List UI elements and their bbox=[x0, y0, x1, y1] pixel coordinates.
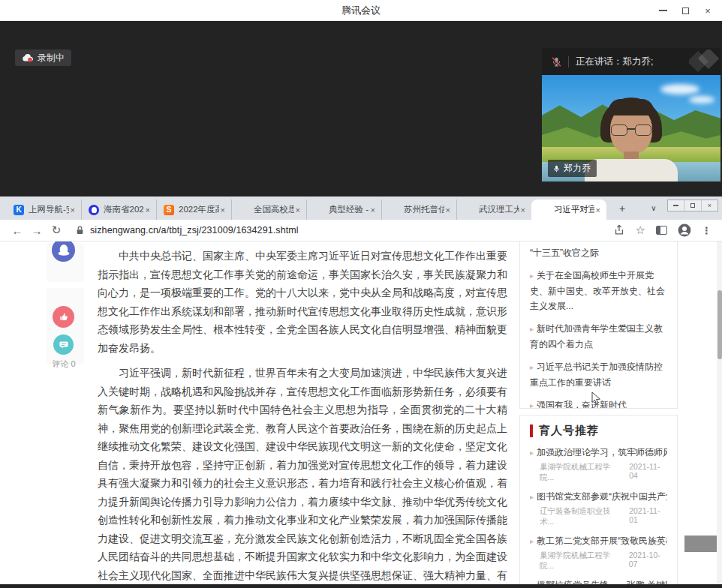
thumbs-up-icon bbox=[58, 311, 69, 322]
recording-label: 录制中 bbox=[38, 52, 65, 64]
gray-overlay-box bbox=[684, 536, 717, 552]
bullet-arrow-icon: ▸ bbox=[530, 272, 534, 280]
browser-tabbar: K 上网导航-安全 × 海南省2022年 × S 2022年度高校 × 全国高校… bbox=[0, 196, 722, 220]
new-tab-button[interactable]: + bbox=[615, 202, 629, 216]
tab-title: 2022年度高校 bbox=[179, 204, 219, 215]
browser-tab[interactable]: 武汉理工大学 × bbox=[456, 200, 531, 220]
browser-tab[interactable]: 全国高校思想 × bbox=[231, 200, 306, 220]
reload-icon[interactable]: ↻ bbox=[47, 224, 66, 237]
tab-close-icon[interactable]: × bbox=[594, 206, 602, 214]
recording-badge[interactable]: 录制中 bbox=[15, 50, 71, 66]
scrollbar-thumb[interactable] bbox=[717, 290, 722, 359]
minimize-button[interactable] bbox=[651, 0, 674, 21]
page-content: 评论 0 中共中央总书记、国家主席、中央军委主席习近平近日对宣传思想文化工作作出… bbox=[0, 242, 722, 584]
recommend-item[interactable]: ▸教工第二党支部开展“致敬民族英雄... 巢湖学院机械工程学院...2021-1… bbox=[530, 534, 667, 572]
sizhengwang-favicon bbox=[464, 205, 474, 215]
comment-button[interactable] bbox=[53, 334, 74, 355]
navigation-site-favicon: K bbox=[14, 205, 24, 215]
maximize-icon bbox=[682, 8, 689, 14]
speaker-bar: 正在讲话：郑力乔; bbox=[542, 48, 720, 75]
sizhengwang-favicon bbox=[314, 205, 324, 215]
browser-tab[interactable]: 苏州托普信息 × bbox=[381, 200, 456, 220]
article-body: 中共中央总书记、国家主席、中央军委主席习近平近日对宣传思想文化工作作出重要指示指… bbox=[98, 247, 507, 584]
tab-close-icon[interactable]: × bbox=[369, 206, 377, 214]
tab-title: 苏州托普信息 bbox=[404, 204, 444, 215]
browser-tab[interactable]: K 上网导航-安全 × bbox=[6, 200, 81, 220]
meeting-logo-watermark bbox=[689, 50, 719, 74]
article-paragraph: 中共中央总书记、国家主席、中央军委主席习近平近日对宣传思想文化工作作出重要指示指… bbox=[98, 247, 507, 357]
address-bar[interactable]: sizhengwang.cn/a/tbtj_zsj/231009/1634291… bbox=[75, 225, 613, 236]
back-icon[interactable]: ← bbox=[8, 224, 27, 237]
shared-browser: K 上网导航-安全 × 海南省2022年 × S 2022年度高校 × 全国高校… bbox=[0, 196, 722, 584]
participant-name: 郑力乔 bbox=[564, 162, 591, 175]
browser-tab[interactable]: 典型经验 - 全 × bbox=[306, 200, 381, 220]
divider bbox=[568, 56, 569, 68]
url-text: sizhengwang.cn/a/tbtj_zsj/231009/1634291… bbox=[90, 225, 299, 236]
article-paragraph: 习近平强调，新时代新征程，世界百年未有之大变局加速演进，中华民族伟大复兴进入关键… bbox=[98, 364, 507, 584]
share-icon[interactable] bbox=[613, 224, 625, 236]
bullet-arrow-icon: ▸ bbox=[530, 537, 534, 545]
close-button[interactable]: × bbox=[696, 0, 719, 21]
minimize-icon bbox=[659, 10, 667, 11]
recommend-item[interactable]: ▸援鄂抗疫党员先锋——张鹏 关键时刻... 北京协和医学院基础学...2020-… bbox=[530, 578, 667, 584]
sizhengwang-favicon bbox=[239, 205, 249, 215]
related-link[interactable]: ▸新时代加强青年学生爱国主义教育的四个着力点 bbox=[530, 321, 667, 352]
recommend-item[interactable]: ▸加强政治理论学习，筑牢师德师风底线 巢湖学院机械工程学院...2021-11-… bbox=[530, 446, 667, 483]
mic-muted-icon bbox=[551, 56, 562, 68]
cloud-record-icon bbox=[22, 53, 34, 62]
lock-icon bbox=[75, 225, 85, 236]
related-links-box: “十三五”收官之际 ▸关于在全国高校师生中开展党史、新中国史、改革开放史、社会主… bbox=[519, 242, 678, 409]
recommend-item[interactable]: ▸图书馆党支部参观“庆祝中国共产党... 辽宁装备制造职业技术...2021-1… bbox=[530, 490, 667, 527]
browser-menu-icon[interactable]: ⋮ bbox=[702, 225, 711, 236]
item-source: 辽宁装备制造职业技术... bbox=[540, 506, 621, 527]
tab-close-icon[interactable]: × bbox=[219, 206, 227, 214]
browser-tab[interactable]: S 2022年度高校 × bbox=[156, 200, 231, 220]
recommend-box: 育人号推荐 ▸加强政治理论学习，筑牢师德师风底线 巢湖学院机械工程学院...20… bbox=[519, 415, 678, 584]
item-date: 2021-11-01 bbox=[629, 506, 667, 527]
sizhengwang-favicon bbox=[539, 205, 549, 215]
chrome-window-controls: × bbox=[667, 200, 718, 212]
bullet-arrow-icon: ▸ bbox=[530, 401, 534, 409]
tab-close-icon[interactable]: × bbox=[69, 206, 77, 214]
baidu-favicon bbox=[89, 205, 99, 215]
maximize-button[interactable] bbox=[674, 0, 696, 21]
page-scrollbar[interactable] bbox=[717, 242, 722, 584]
tab-title: 上网导航-安全 bbox=[29, 204, 69, 215]
mic-icon bbox=[552, 164, 561, 173]
browser-tab-active[interactable]: 习近平对宣传 × bbox=[531, 200, 606, 220]
bullet-arrow-icon: ▸ bbox=[530, 363, 534, 371]
bullet-arrow-icon: ▸ bbox=[530, 493, 534, 501]
qq-penguin-icon bbox=[57, 243, 71, 257]
meeting-titlebar: 腾讯会议 × bbox=[0, 0, 722, 21]
tab-close-icon[interactable]: × bbox=[444, 206, 452, 214]
related-link[interactable]: ▸关于在全国高校师生中开展党史、新中国史、改革开放史、社会主义发展... bbox=[530, 268, 667, 314]
tab-close-icon[interactable]: × bbox=[519, 206, 527, 214]
tab-title: 武汉理工大学 bbox=[479, 204, 519, 215]
sizhengwang-favicon bbox=[389, 205, 399, 215]
profile-avatar-icon[interactable] bbox=[678, 224, 691, 237]
related-link[interactable]: ▸习近平总书记关于加强疫情防控重点工作的重要讲话 bbox=[530, 359, 667, 390]
tab-title: 全国高校思想 bbox=[254, 204, 294, 215]
sogou-favicon: S bbox=[164, 205, 174, 215]
browser-tab[interactable]: 海南省2022年 × bbox=[81, 200, 156, 220]
tab-title: 典型经验 - 全 bbox=[329, 204, 369, 215]
forward-icon[interactable]: → bbox=[27, 224, 47, 237]
side-panel-icon[interactable] bbox=[656, 226, 667, 235]
like-button[interactable] bbox=[53, 306, 74, 328]
speaking-indicator: 正在讲话：郑力乔; bbox=[576, 56, 653, 68]
tab-close-icon[interactable]: × bbox=[144, 206, 152, 214]
chrome-minimize-button[interactable] bbox=[668, 200, 684, 211]
tencent-meeting-window: 腾讯会议 × 录制中 正在讲话：郑力乔; bbox=[0, 0, 722, 588]
participant-nametag: 郑力乔 bbox=[548, 160, 597, 177]
chrome-close-button[interactable]: × bbox=[701, 200, 717, 211]
chrome-restore-button[interactable] bbox=[684, 200, 700, 211]
bookmark-star-icon[interactable]: ☆ bbox=[636, 224, 645, 237]
tab-list-chevron-icon[interactable]: ∨ bbox=[647, 202, 660, 216]
tab-close-icon[interactable]: × bbox=[294, 206, 302, 214]
bullet-arrow-icon: ▸ bbox=[530, 325, 534, 333]
participant-video[interactable]: 郑力乔 bbox=[542, 75, 720, 182]
item-source: 巢湖学院机械工程学院... bbox=[540, 462, 621, 483]
related-link-partial[interactable]: “十三五”收官之际 bbox=[530, 245, 667, 260]
item-source: 巢湖学院机械工程学院... bbox=[540, 550, 621, 572]
recommend-section-title: 育人号推荐 bbox=[539, 424, 599, 438]
